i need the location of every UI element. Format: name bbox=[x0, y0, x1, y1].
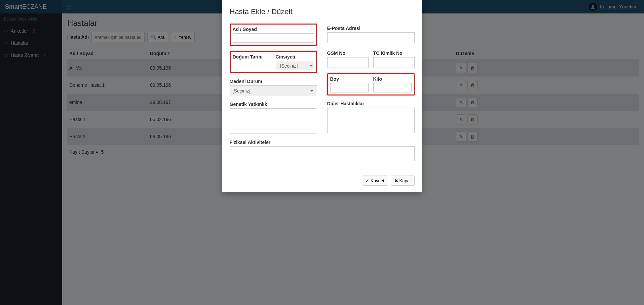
label-cinsiyet: Cinsiyeti bbox=[276, 54, 314, 60]
select-medeni[interactable]: [Seçiniz] bbox=[230, 85, 317, 96]
textarea-diger[interactable] bbox=[327, 108, 415, 133]
input-eposta[interactable] bbox=[327, 32, 415, 43]
field-genetik: Genetik Yatkınlık bbox=[230, 102, 317, 135]
close-icon: ✖ bbox=[394, 178, 398, 183]
field-fiziksel: Fiziksel Aktiviteler bbox=[230, 140, 415, 162]
textarea-fiziksel[interactable] bbox=[230, 146, 415, 161]
check-icon: ✓ bbox=[366, 178, 369, 183]
field-eposta: E-Posta Adresi bbox=[327, 26, 415, 43]
input-tckimlik[interactable] bbox=[373, 57, 415, 68]
field-adsoyad: Ad / Soyad bbox=[233, 27, 314, 43]
modal-footer: ✓ Kaydet ✖ Kapat bbox=[230, 176, 415, 186]
field-boy: Boy bbox=[330, 76, 369, 92]
label-tckimlik: TC Kimlik No bbox=[373, 50, 415, 56]
field-diger: Diğer Hastalıklar bbox=[327, 101, 415, 134]
label-genetik: Genetik Yatkınlık bbox=[230, 102, 317, 107]
label-dogum: Doğum Tarihi bbox=[233, 54, 271, 60]
field-medeni: Medeni Durum [Seçiniz] bbox=[230, 79, 317, 96]
input-dogum[interactable] bbox=[233, 61, 271, 70]
patient-modal: Hasta Ekle / Düzelt Ad / Soyad Doğum Tar… bbox=[222, 0, 422, 192]
save-button-label: Kaydet bbox=[371, 178, 384, 183]
label-gsm: GSM No bbox=[327, 50, 369, 56]
label-medeni: Medeni Durum bbox=[230, 79, 317, 84]
label-kilo: Kilo bbox=[373, 76, 412, 82]
close-button[interactable]: ✖ Kapat bbox=[391, 176, 415, 186]
label-fiziksel: Fiziksel Aktiviteler bbox=[230, 140, 415, 145]
select-cinsiyet[interactable]: [Seçiniz] bbox=[276, 61, 314, 70]
field-dogum: Doğum Tarihi bbox=[233, 54, 271, 70]
textarea-genetik[interactable] bbox=[230, 108, 317, 134]
input-gsm[interactable] bbox=[327, 57, 369, 68]
field-kilo: Kilo bbox=[373, 76, 412, 92]
modal-title: Hasta Ekle / Düzelt bbox=[230, 7, 415, 16]
field-cinsiyet: Cinsiyeti [Seçiniz] bbox=[276, 54, 314, 70]
highlight-boy-kilo: Boy Kilo bbox=[327, 73, 415, 96]
label-adsoyad: Ad / Soyad bbox=[233, 27, 314, 32]
input-adsoyad[interactable] bbox=[233, 33, 314, 43]
field-gsm: GSM No bbox=[327, 50, 369, 68]
highlight-adsoyad: Ad / Soyad bbox=[230, 24, 317, 46]
input-boy[interactable] bbox=[330, 83, 369, 92]
label-boy: Boy bbox=[330, 76, 369, 82]
label-eposta: E-Posta Adresi bbox=[327, 26, 415, 31]
label-diger: Diğer Hastalıklar bbox=[327, 101, 415, 106]
input-kilo[interactable] bbox=[373, 83, 412, 92]
field-tckimlik: TC Kimlik No bbox=[373, 50, 415, 68]
save-button[interactable]: ✓ Kaydet bbox=[362, 176, 388, 186]
close-button-label: Kapat bbox=[400, 178, 411, 183]
highlight-dogum-cinsiyet: Doğum Tarihi Cinsiyeti [Seçiniz] bbox=[230, 51, 317, 73]
